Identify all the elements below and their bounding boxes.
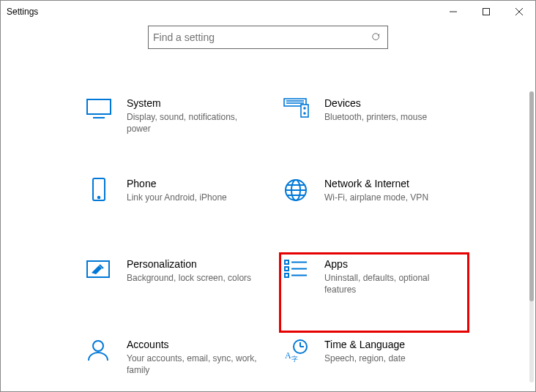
settings-window: Settings [0, 0, 536, 392]
system-icon [86, 97, 115, 121]
time-language-icon: A 字 [283, 339, 313, 362]
card-desc: Your accounts, email, sync, work, family [127, 353, 258, 376]
card-title: Time & Language [324, 339, 406, 350]
svg-point-29 [93, 341, 103, 351]
window-title: Settings [7, 7, 38, 17]
devices-icon [283, 97, 313, 121]
svg-text:字: 字 [291, 355, 298, 362]
card-devices[interactable]: Devices Bluetooth, printers, mouse [279, 91, 469, 172]
card-accounts[interactable]: Accounts Your accounts, email, sync, wor… [81, 333, 272, 392]
apps-icon [283, 258, 313, 282]
card-desc: Speech, region, date [324, 353, 406, 364]
svg-rect-11 [301, 105, 308, 117]
card-system[interactable]: System Display, sound, notifications, po… [81, 91, 272, 172]
card-phone[interactable]: Phone Link your Android, iPhone [81, 172, 272, 252]
svg-text:A: A [285, 350, 291, 361]
svg-rect-23 [285, 260, 289, 264]
card-title: System [127, 97, 258, 109]
svg-point-4 [373, 34, 379, 40]
search-wrap [1, 26, 535, 49]
accounts-icon [86, 339, 115, 362]
minimize-button[interactable] [436, 1, 469, 23]
card-desc: Uninstall, defaults, optional features [324, 272, 456, 295]
card-title: Phone [127, 178, 227, 189]
svg-point-15 [98, 197, 100, 199]
svg-rect-6 [87, 99, 111, 114]
card-apps[interactable]: Apps Uninstall, defaults, optional featu… [279, 252, 469, 333]
svg-rect-1 [483, 9, 489, 15]
svg-rect-27 [285, 274, 289, 277]
card-title: Apps [324, 258, 456, 270]
search-box[interactable] [148, 26, 388, 49]
card-desc: Background, lock screen, colors [127, 272, 251, 284]
svg-rect-25 [285, 267, 289, 271]
scrollbar[interactable] [529, 91, 534, 382]
content-area: System Display, sound, notifications, po… [1, 26, 535, 392]
scrollbar-thumb[interactable] [529, 91, 534, 301]
card-desc: Display, sound, notifications, power [127, 111, 258, 135]
card-desc: Wi-Fi, airplane mode, VPN [324, 192, 428, 203]
titlebar: Settings [1, 1, 535, 23]
window-controls [436, 1, 535, 23]
card-desc: Link your Android, iPhone [127, 192, 227, 203]
card-time-language[interactable]: A 字 Time & Language Speech, region, date [279, 333, 469, 392]
search-icon [370, 32, 383, 42]
globe-icon [283, 178, 313, 201]
personalization-icon [86, 258, 115, 282]
card-network[interactable]: Network & Internet Wi-Fi, airplane mode,… [279, 172, 469, 252]
phone-icon [86, 178, 115, 201]
card-title: Devices [324, 97, 427, 109]
category-grid: System Display, sound, notifications, po… [81, 91, 491, 392]
card-title: Personalization [127, 258, 251, 270]
card-personalization[interactable]: Personalization Background, lock screen,… [81, 252, 272, 333]
card-title: Network & Internet [324, 178, 428, 189]
close-button[interactable] [502, 1, 535, 23]
card-desc: Bluetooth, printers, mouse [324, 111, 427, 123]
card-title: Accounts [127, 339, 258, 350]
search-input[interactable] [153, 31, 370, 43]
maximize-button[interactable] [469, 1, 502, 23]
